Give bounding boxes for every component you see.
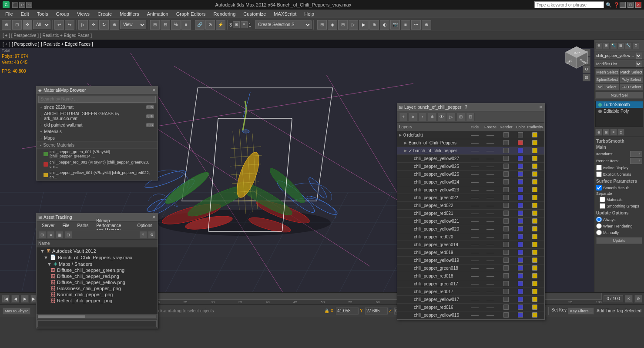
layer-render-19[interactable] <box>498 281 514 287</box>
layer-color-8[interactable] <box>514 195 527 201</box>
explicit-check[interactable] <box>596 171 602 177</box>
layer-render-7[interactable] <box>498 187 514 193</box>
layer-row-15[interactable]: chili_pepper_red019———— <box>397 249 544 257</box>
layer-color-14[interactable] <box>514 242 527 248</box>
manually-radio[interactable] <box>596 230 602 235</box>
at-node-maps[interactable]: ▼ ◈ Maps / Shaders <box>37 261 158 267</box>
layer-radiosity-20[interactable] <box>527 289 543 295</box>
layer-color-9[interactable] <box>514 203 527 209</box>
layer-color-15[interactable] <box>514 250 527 256</box>
layer-render-23[interactable] <box>498 312 514 318</box>
material-btn[interactable]: ◈ <box>328 20 337 30</box>
layer-color-17[interactable] <box>514 265 527 271</box>
layer-radiosity-22[interactable] <box>527 304 543 311</box>
layer-color-0[interactable] <box>514 132 527 138</box>
mat-item-0[interactable]: + since 2020.mat LIB <box>37 104 158 110</box>
layer-hide-btn[interactable]: 👁 <box>437 113 446 121</box>
layer-hide-8[interactable]: —— <box>467 196 483 200</box>
layer-radiosity-19[interactable] <box>527 281 543 287</box>
select-region-btn[interactable]: ⊡ <box>12 20 22 30</box>
layer-hide-10[interactable]: —— <box>467 211 483 216</box>
mat-item-1[interactable]: + ARCHITECTURAL GREEN GRASS by ark_mauri… <box>37 110 158 122</box>
at-btn2[interactable]: ≡ <box>47 231 55 239</box>
render-setup-btn[interactable]: ⊟ <box>338 20 348 30</box>
layer-hide-4[interactable]: —— <box>467 164 483 169</box>
layer-render-5[interactable] <box>498 171 514 177</box>
layer-freeze-18[interactable]: —— <box>483 274 498 278</box>
layer-radiosity-21[interactable] <box>527 297 543 303</box>
redo-btn[interactable]: ↪ <box>65 20 74 30</box>
key-mode-btn[interactable]: ⊞ <box>233 21 240 28</box>
coord-y-input[interactable] <box>365 308 388 315</box>
tb-icon1[interactable]: ⬛ <box>12 2 18 8</box>
menu-file[interactable]: File <box>2 10 17 17</box>
layer-color-22[interactable] <box>514 304 527 311</box>
rp-nav4[interactable]: ⊡ <box>617 129 624 136</box>
menu-modifiers[interactable]: Modifiers <box>116 10 143 17</box>
layer-radiosity-14[interactable] <box>527 242 543 248</box>
layer-row-20[interactable]: chili_pepper_red017———— <box>397 288 544 296</box>
rotate-btn[interactable]: ↻ <box>99 20 109 30</box>
layer-freeze-17[interactable]: —— <box>483 266 498 271</box>
layer-render-8[interactable] <box>498 195 514 201</box>
layer-render-2[interactable] <box>498 148 514 154</box>
layer-freeze-15[interactable]: —— <box>483 251 498 255</box>
select-btn[interactable]: ▷ <box>78 20 88 30</box>
modifier-list-dropdown[interactable] <box>636 61 642 67</box>
layer-radiosity-3[interactable] <box>527 156 543 162</box>
rp-nav1[interactable]: ⊕ <box>595 129 602 136</box>
layer-radiosity-12[interactable] <box>527 226 543 232</box>
zoom-all-btn[interactable]: ⊡ <box>583 74 590 81</box>
render-prod-btn[interactable]: ▶ <box>359 20 369 30</box>
layer-freeze-23[interactable]: —— <box>483 313 498 318</box>
layer-row-12[interactable]: chili_pepper_yellow020———— <box>397 225 544 233</box>
tl-current-frame[interactable] <box>604 295 623 302</box>
layer-radiosity-7[interactable] <box>527 187 543 193</box>
layer-freeze-20[interactable]: —— <box>483 290 498 294</box>
layer-render-12[interactable] <box>498 226 514 232</box>
at-node-diff-green[interactable]: 🖼 Diffuse_chili_pepper_green.png <box>37 267 158 273</box>
mod-turbosmooth[interactable]: TurboSmooth <box>596 101 643 108</box>
close-button[interactable]: ✕ <box>635 2 641 8</box>
mat-item-2[interactable]: + old painted wall.mat LIB <box>37 122 158 128</box>
layer-color-4[interactable] <box>514 164 527 170</box>
layer-row-14[interactable]: chili_pepper_green019———— <box>397 241 544 249</box>
menu-views[interactable]: Views <box>74 10 93 17</box>
hair-btn[interactable]: 〜 <box>411 20 421 30</box>
layer-render-20[interactable] <box>498 289 514 295</box>
layer-color-10[interactable] <box>514 211 527 217</box>
layer-hide-17[interactable]: —— <box>467 266 483 271</box>
view-select[interactable]: View <box>120 20 146 29</box>
menu-edit[interactable]: Edit <box>17 10 33 17</box>
scale-btn[interactable]: ⊕ <box>110 20 119 30</box>
layer-radiosity-23[interactable] <box>527 312 543 318</box>
layer-panel-close[interactable]: ✕ <box>539 104 543 110</box>
help-icon[interactable]: ❓ <box>614 2 620 8</box>
menu-maxscript[interactable]: MAXScript <box>270 10 300 17</box>
layer-hide-22[interactable]: —— <box>467 305 483 310</box>
at-node-reflect[interactable]: 🖼 Reflect_chili_pepper_.png <box>37 298 158 304</box>
menu-tools[interactable]: Tools <box>34 10 52 17</box>
layer-render-btn[interactable]: ▷ <box>447 113 456 121</box>
layer-row-2[interactable]: ▶✓ bunch_of_chili_pepper———— <box>397 147 544 155</box>
at-btn1[interactable]: ⊞ <box>38 231 46 239</box>
layer-freeze-3[interactable]: —— <box>483 157 498 161</box>
layer-hide-19[interactable]: —— <box>467 282 483 286</box>
layer-render-9[interactable] <box>498 203 514 209</box>
layer-color-3[interactable] <box>514 156 527 162</box>
menu-create[interactable]: Create <box>94 10 115 17</box>
layer-color-5[interactable] <box>514 171 527 177</box>
at-node-diff-yellow[interactable]: 🖼 Diffuse_chili_pepper_yellow.png <box>37 279 158 285</box>
move-btn[interactable]: ✛ <box>89 20 98 30</box>
layer-radiosity-1[interactable] <box>527 140 543 146</box>
extra-btn[interactable]: ⊕ <box>422 20 431 30</box>
search-icon[interactable]: 🔍 <box>606 2 612 8</box>
at-menu-server[interactable]: Server <box>38 222 58 229</box>
layer-panel-help[interactable]: ? <box>465 105 467 110</box>
layer-freeze-21[interactable]: —— <box>483 298 498 302</box>
layer-hide-15[interactable]: —— <box>467 251 483 255</box>
tb-icon3[interactable]: ↪ <box>26 2 32 8</box>
layer-hide-11[interactable]: —— <box>467 219 483 224</box>
layer-render-14[interactable] <box>498 242 514 248</box>
menu-customize[interactable]: Customize <box>240 10 269 17</box>
